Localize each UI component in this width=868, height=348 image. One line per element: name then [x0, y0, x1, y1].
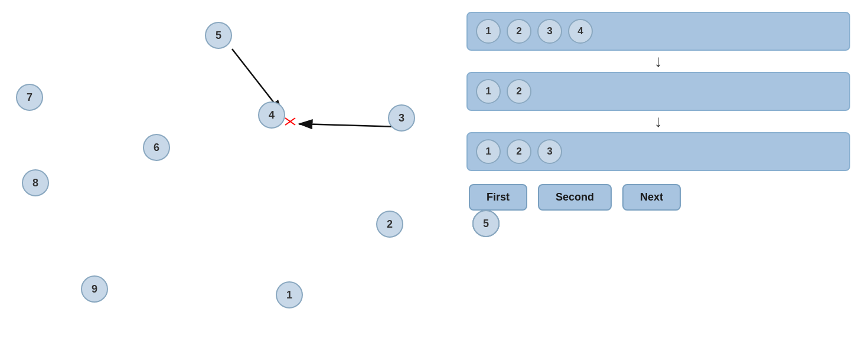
arrow-down-1: ↓: [466, 53, 850, 70]
queue-row-2-node-1: 1: [476, 79, 501, 104]
svg-line-3: [299, 124, 400, 127]
graph-node-2[interactable]: 2: [376, 211, 403, 238]
svg-line-4: [285, 118, 295, 125]
graph-node-3[interactable]: 3: [388, 104, 415, 132]
bottom-node-5: 5: [472, 210, 500, 237]
buttons-row: First Second Next: [469, 184, 850, 211]
graph-svg: [0, 0, 449, 348]
first-button[interactable]: First: [469, 184, 527, 211]
graph-node-4[interactable]: 4: [258, 101, 285, 129]
queue-row-3-node-3: 3: [537, 139, 562, 164]
queue-row-3-node-2: 2: [507, 139, 531, 164]
queue-row-1-node-2: 2: [507, 19, 531, 44]
second-button[interactable]: Second: [538, 184, 612, 211]
graph-area: 1 2 3 4 5 6 7 8 9: [0, 0, 449, 348]
queue-row-1: 1 2 3 4: [466, 12, 850, 51]
right-panel: 1 2 3 4 ↓ 1 2 ↓ 1 2 3 First Second Next …: [466, 12, 850, 224]
queue-row-1-node-4: 4: [568, 19, 593, 44]
graph-node-6[interactable]: 6: [143, 134, 170, 161]
queue-row-3: 1 2 3: [466, 132, 850, 171]
graph-node-5[interactable]: 5: [205, 22, 232, 49]
next-button[interactable]: Next: [622, 184, 681, 211]
graph-node-1[interactable]: 1: [276, 281, 303, 308]
svg-line-5: [285, 118, 295, 125]
graph-node-8[interactable]: 8: [22, 169, 49, 196]
queue-row-2: 1 2: [466, 72, 850, 111]
arrow-down-2: ↓: [466, 113, 850, 130]
graph-node-7[interactable]: 7: [16, 84, 43, 111]
graph-node-9[interactable]: 9: [81, 275, 108, 303]
queue-row-2-node-2: 2: [507, 79, 531, 104]
queue-row-1-node-1: 1: [476, 19, 501, 44]
queue-row-3-node-1: 1: [476, 139, 501, 164]
queue-row-1-node-3: 3: [537, 19, 562, 44]
